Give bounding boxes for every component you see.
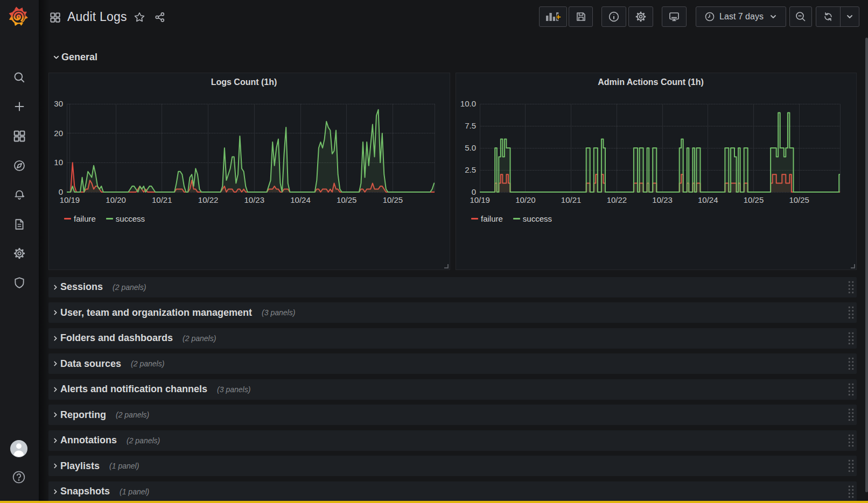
svg-text:7.5: 7.5 — [465, 121, 476, 130]
svg-text:0: 0 — [59, 187, 63, 196]
svg-text:10/21: 10/21 — [561, 195, 582, 204]
svg-text:10/25: 10/25 — [383, 195, 403, 204]
svg-text:10/19: 10/19 — [470, 195, 490, 204]
svg-text:10/25: 10/25 — [744, 195, 764, 204]
svg-text:20: 20 — [54, 129, 63, 138]
svg-text:10/25: 10/25 — [789, 195, 809, 204]
svg-text:10/25: 10/25 — [337, 195, 357, 204]
svg-text:10/24: 10/24 — [698, 195, 718, 204]
svg-text:10/23: 10/23 — [244, 195, 265, 204]
svg-text:10: 10 — [54, 158, 63, 167]
svg-text:10/19: 10/19 — [60, 195, 80, 204]
svg-text:10/22: 10/22 — [607, 195, 627, 204]
svg-text:10/20: 10/20 — [515, 195, 536, 204]
svg-text:10/23: 10/23 — [652, 195, 673, 204]
svg-text:10/22: 10/22 — [198, 195, 219, 204]
svg-text:5.0: 5.0 — [465, 143, 476, 152]
svg-text:10/20: 10/20 — [106, 195, 126, 204]
svg-text:30: 30 — [54, 99, 63, 108]
svg-text:10/21: 10/21 — [152, 195, 172, 204]
svg-text:10/24: 10/24 — [290, 195, 311, 204]
svg-text:10.0: 10.0 — [460, 99, 476, 108]
svg-text:2.5: 2.5 — [465, 165, 476, 174]
svg-text:0: 0 — [472, 187, 476, 196]
